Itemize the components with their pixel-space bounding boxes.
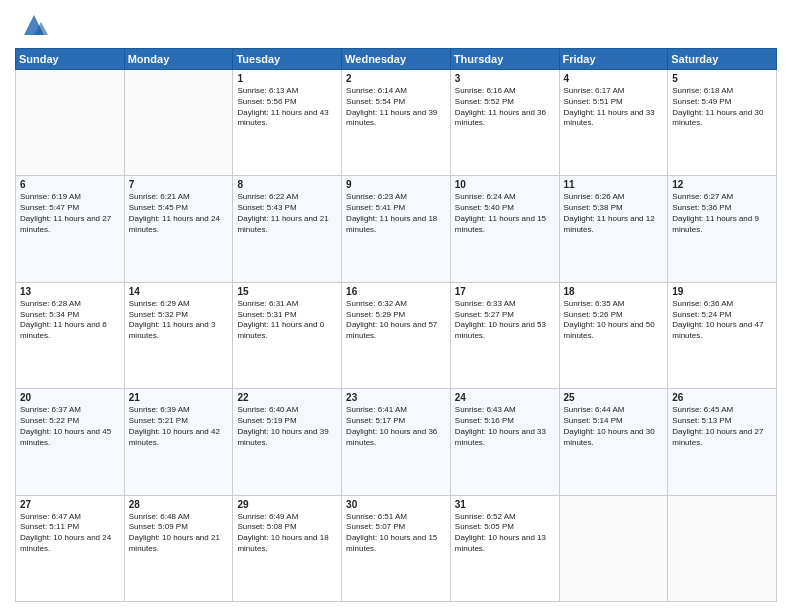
day-cell: 30Sunrise: 6:51 AM Sunset: 5:07 PM Dayli… [342,495,451,601]
day-cell: 25Sunrise: 6:44 AM Sunset: 5:14 PM Dayli… [559,389,668,495]
day-cell [124,70,233,176]
day-info: Sunrise: 6:26 AM Sunset: 5:38 PM Dayligh… [564,192,664,235]
day-info: Sunrise: 6:45 AM Sunset: 5:13 PM Dayligh… [672,405,772,448]
day-info: Sunrise: 6:40 AM Sunset: 5:19 PM Dayligh… [237,405,337,448]
day-info: Sunrise: 6:41 AM Sunset: 5:17 PM Dayligh… [346,405,446,448]
day-number: 14 [129,286,229,297]
day-number: 7 [129,179,229,190]
day-number: 31 [455,499,555,510]
day-cell [559,495,668,601]
day-info: Sunrise: 6:28 AM Sunset: 5:34 PM Dayligh… [20,299,120,342]
logo [15,10,49,40]
day-cell: 12Sunrise: 6:27 AM Sunset: 5:36 PM Dayli… [668,176,777,282]
day-info: Sunrise: 6:14 AM Sunset: 5:54 PM Dayligh… [346,86,446,129]
logo-icon [19,10,49,40]
day-info: Sunrise: 6:31 AM Sunset: 5:31 PM Dayligh… [237,299,337,342]
day-info: Sunrise: 6:49 AM Sunset: 5:08 PM Dayligh… [237,512,337,555]
day-cell: 6Sunrise: 6:19 AM Sunset: 5:47 PM Daylig… [16,176,125,282]
day-cell: 23Sunrise: 6:41 AM Sunset: 5:17 PM Dayli… [342,389,451,495]
day-number: 6 [20,179,120,190]
day-info: Sunrise: 6:44 AM Sunset: 5:14 PM Dayligh… [564,405,664,448]
day-cell: 10Sunrise: 6:24 AM Sunset: 5:40 PM Dayli… [450,176,559,282]
day-cell: 29Sunrise: 6:49 AM Sunset: 5:08 PM Dayli… [233,495,342,601]
day-info: Sunrise: 6:27 AM Sunset: 5:36 PM Dayligh… [672,192,772,235]
week-row-5: 27Sunrise: 6:47 AM Sunset: 5:11 PM Dayli… [16,495,777,601]
day-info: Sunrise: 6:36 AM Sunset: 5:24 PM Dayligh… [672,299,772,342]
week-row-2: 6Sunrise: 6:19 AM Sunset: 5:47 PM Daylig… [16,176,777,282]
day-number: 30 [346,499,446,510]
day-cell: 19Sunrise: 6:36 AM Sunset: 5:24 PM Dayli… [668,282,777,388]
day-cell: 31Sunrise: 6:52 AM Sunset: 5:05 PM Dayli… [450,495,559,601]
day-cell: 16Sunrise: 6:32 AM Sunset: 5:29 PM Dayli… [342,282,451,388]
day-cell: 8Sunrise: 6:22 AM Sunset: 5:43 PM Daylig… [233,176,342,282]
day-number: 15 [237,286,337,297]
weekday-sunday: Sunday [16,49,125,70]
day-cell: 18Sunrise: 6:35 AM Sunset: 5:26 PM Dayli… [559,282,668,388]
day-number: 28 [129,499,229,510]
day-cell: 28Sunrise: 6:48 AM Sunset: 5:09 PM Dayli… [124,495,233,601]
day-cell: 15Sunrise: 6:31 AM Sunset: 5:31 PM Dayli… [233,282,342,388]
day-info: Sunrise: 6:37 AM Sunset: 5:22 PM Dayligh… [20,405,120,448]
day-info: Sunrise: 6:13 AM Sunset: 5:56 PM Dayligh… [237,86,337,129]
day-info: Sunrise: 6:51 AM Sunset: 5:07 PM Dayligh… [346,512,446,555]
day-number: 23 [346,392,446,403]
day-number: 19 [672,286,772,297]
day-info: Sunrise: 6:21 AM Sunset: 5:45 PM Dayligh… [129,192,229,235]
day-number: 4 [564,73,664,84]
day-cell: 21Sunrise: 6:39 AM Sunset: 5:21 PM Dayli… [124,389,233,495]
day-number: 26 [672,392,772,403]
weekday-monday: Monday [124,49,233,70]
day-info: Sunrise: 6:24 AM Sunset: 5:40 PM Dayligh… [455,192,555,235]
weekday-saturday: Saturday [668,49,777,70]
day-info: Sunrise: 6:47 AM Sunset: 5:11 PM Dayligh… [20,512,120,555]
day-number: 13 [20,286,120,297]
day-number: 18 [564,286,664,297]
day-cell: 9Sunrise: 6:23 AM Sunset: 5:41 PM Daylig… [342,176,451,282]
day-number: 24 [455,392,555,403]
day-info: Sunrise: 6:19 AM Sunset: 5:47 PM Dayligh… [20,192,120,235]
day-info: Sunrise: 6:16 AM Sunset: 5:52 PM Dayligh… [455,86,555,129]
day-cell: 24Sunrise: 6:43 AM Sunset: 5:16 PM Dayli… [450,389,559,495]
weekday-tuesday: Tuesday [233,49,342,70]
day-cell: 2Sunrise: 6:14 AM Sunset: 5:54 PM Daylig… [342,70,451,176]
day-number: 27 [20,499,120,510]
day-info: Sunrise: 6:29 AM Sunset: 5:32 PM Dayligh… [129,299,229,342]
day-cell: 1Sunrise: 6:13 AM Sunset: 5:56 PM Daylig… [233,70,342,176]
day-info: Sunrise: 6:33 AM Sunset: 5:27 PM Dayligh… [455,299,555,342]
weekday-header-row: SundayMondayTuesdayWednesdayThursdayFrid… [16,49,777,70]
day-info: Sunrise: 6:17 AM Sunset: 5:51 PM Dayligh… [564,86,664,129]
day-number: 22 [237,392,337,403]
day-number: 25 [564,392,664,403]
day-cell: 4Sunrise: 6:17 AM Sunset: 5:51 PM Daylig… [559,70,668,176]
day-number: 3 [455,73,555,84]
weekday-thursday: Thursday [450,49,559,70]
day-number: 17 [455,286,555,297]
day-info: Sunrise: 6:22 AM Sunset: 5:43 PM Dayligh… [237,192,337,235]
weekday-friday: Friday [559,49,668,70]
page: SundayMondayTuesdayWednesdayThursdayFrid… [0,0,792,612]
day-cell: 13Sunrise: 6:28 AM Sunset: 5:34 PM Dayli… [16,282,125,388]
day-number: 11 [564,179,664,190]
day-cell: 26Sunrise: 6:45 AM Sunset: 5:13 PM Dayli… [668,389,777,495]
day-number: 2 [346,73,446,84]
day-info: Sunrise: 6:18 AM Sunset: 5:49 PM Dayligh… [672,86,772,129]
calendar-table: SundayMondayTuesdayWednesdayThursdayFrid… [15,48,777,602]
day-info: Sunrise: 6:43 AM Sunset: 5:16 PM Dayligh… [455,405,555,448]
day-cell: 14Sunrise: 6:29 AM Sunset: 5:32 PM Dayli… [124,282,233,388]
day-number: 16 [346,286,446,297]
day-info: Sunrise: 6:23 AM Sunset: 5:41 PM Dayligh… [346,192,446,235]
day-number: 12 [672,179,772,190]
day-number: 10 [455,179,555,190]
day-cell: 22Sunrise: 6:40 AM Sunset: 5:19 PM Dayli… [233,389,342,495]
day-info: Sunrise: 6:39 AM Sunset: 5:21 PM Dayligh… [129,405,229,448]
day-info: Sunrise: 6:48 AM Sunset: 5:09 PM Dayligh… [129,512,229,555]
day-cell [668,495,777,601]
day-cell: 7Sunrise: 6:21 AM Sunset: 5:45 PM Daylig… [124,176,233,282]
day-cell: 20Sunrise: 6:37 AM Sunset: 5:22 PM Dayli… [16,389,125,495]
weekday-wednesday: Wednesday [342,49,451,70]
week-row-3: 13Sunrise: 6:28 AM Sunset: 5:34 PM Dayli… [16,282,777,388]
day-cell: 27Sunrise: 6:47 AM Sunset: 5:11 PM Dayli… [16,495,125,601]
day-cell: 5Sunrise: 6:18 AM Sunset: 5:49 PM Daylig… [668,70,777,176]
header [15,10,777,40]
day-cell: 11Sunrise: 6:26 AM Sunset: 5:38 PM Dayli… [559,176,668,282]
